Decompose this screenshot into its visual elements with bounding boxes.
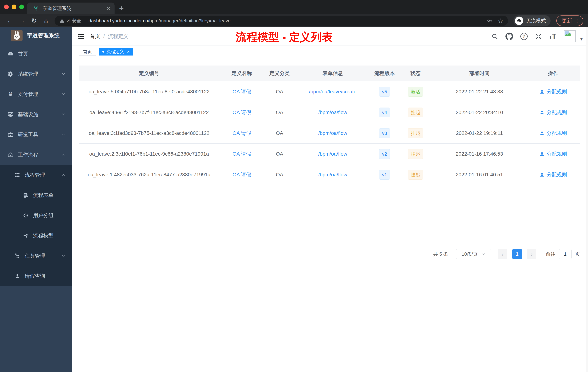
hamburger-icon[interactable] (77, 33, 85, 40)
col-header: 操作 (526, 66, 580, 81)
fullscreen-icon[interactable] (535, 33, 542, 40)
reload-icon[interactable]: ↻ (29, 17, 39, 25)
sidebar-item-label: 任务管理 (25, 252, 45, 259)
assign-rule-button[interactable]: 分配规则 (539, 151, 567, 157)
active-dot (102, 51, 104, 53)
sidebar-item-process-form[interactable]: 流程表单 (0, 185, 72, 205)
briefcase-icon (7, 152, 14, 158)
browser-tab[interactable]: 芋道管理系统 × (27, 2, 115, 14)
annotation-title: 流程模型 - 定义列表 (236, 30, 333, 44)
browser-menu-icon[interactable]: ⋮ (575, 18, 580, 24)
monitor-icon (7, 111, 14, 118)
chevron-up-icon (61, 173, 66, 177)
prev-page-button[interactable]: ‹ (498, 249, 507, 259)
definition-category: OA (264, 151, 294, 157)
breadcrumb-home[interactable]: 首页 (90, 33, 100, 40)
status-badge: 挂起 (408, 149, 423, 159)
deploy-time: 2022-01-16 01:40:51 (433, 172, 526, 178)
breadcrumb-separator: / (103, 33, 105, 39)
sidebar-item-user-group[interactable]: 用户分组 (0, 205, 72, 226)
tab-close-icon[interactable]: × (107, 5, 110, 11)
font-size-icon[interactable]: TT (549, 32, 556, 40)
help-icon[interactable]: ? (520, 33, 528, 40)
document-edit-icon (22, 192, 29, 198)
definition-name-link[interactable]: OA 请假 (219, 88, 264, 95)
version-badge: v1 (379, 170, 390, 180)
url-path: /bpm/manager/definition?key=oa_leave (148, 18, 231, 23)
sidebar-item-label: 首页 (18, 50, 28, 57)
definition-name-link[interactable]: OA 请假 (219, 109, 264, 116)
tag-process-definition[interactable]: 流程定义 × (99, 48, 133, 55)
form-link[interactable]: /bpm/oa/flow (294, 130, 371, 136)
next-page-button[interactable]: › (527, 249, 536, 259)
definition-name-link[interactable]: OA 请假 (219, 130, 264, 137)
tags-view-bar: 首页 流程定义 × (72, 45, 588, 58)
form-link[interactable]: /bpm/oa/flow (294, 172, 371, 178)
logo-avatar (11, 30, 22, 41)
person-icon (14, 273, 21, 279)
goto-page-input[interactable] (559, 249, 572, 259)
sidebar-item-dev-tools[interactable]: 研发工具 (0, 124, 72, 145)
browser-toolbar: ← → ↻ ⌂ 不安全 dashboard.yudao.iocoder.cn/b… (0, 14, 588, 27)
assign-rule-button[interactable]: 分配规则 (539, 88, 567, 95)
current-page-button[interactable]: 1 (512, 249, 522, 259)
sidebar: 芋道管理系统 首页 系统管理 ¥ 支付管理 (0, 27, 72, 372)
deploy-time: 2022-01-22 20:34:10 (433, 109, 526, 115)
sidebar-item-task-mgmt[interactable]: 任务管理 (0, 246, 72, 266)
form-link[interactable]: /bpm/oa/flow (294, 151, 371, 157)
tag-close-icon[interactable]: × (127, 49, 130, 54)
navbar-actions: ? TT ▾ (491, 30, 583, 42)
home-icon[interactable]: ⌂ (41, 17, 51, 25)
page-scrollbar[interactable] (586, 27, 588, 372)
sidebar-item-system[interactable]: 系统管理 (0, 64, 72, 84)
assign-rule-button[interactable]: 分配规则 (539, 171, 567, 178)
browser-update-button[interactable]: 更新 ⋮ (556, 15, 583, 26)
pagination: 共 5 条 10条/页 ‹ 1 › 前往 页 (79, 244, 580, 264)
workflow-submenu: 流程管理 流程表单 (0, 165, 72, 286)
assign-rule-button[interactable]: 分配规则 (539, 109, 567, 116)
window-zoom-button[interactable] (19, 5, 24, 9)
sidebar-item-leave-query[interactable]: 请假查询 (0, 266, 72, 286)
sidebar-item-process-mgmt[interactable]: 流程管理 (0, 165, 72, 185)
window-minimize-button[interactable] (12, 5, 16, 9)
address-bar[interactable]: 不安全 dashboard.yudao.iocoder.cn/bpm/manag… (54, 16, 508, 26)
key-icon[interactable] (487, 18, 493, 24)
definition-id: oa_leave:1:482ec033-762a-11ec-8477-a2380… (79, 172, 219, 178)
avatar[interactable] (564, 30, 576, 42)
sidebar-item-workflow[interactable]: 工作流程 (0, 145, 72, 165)
update-label: 更新 (562, 17, 572, 24)
sidebar-item-process-model[interactable]: 流程模型 (0, 226, 72, 246)
form-link[interactable]: /bpm/oa/leave/create (294, 89, 371, 95)
favicon-plant-icon (33, 5, 39, 11)
definition-name-link[interactable]: OA 请假 (219, 151, 264, 157)
back-icon[interactable]: ← (5, 17, 15, 25)
forward-icon[interactable]: → (17, 17, 27, 25)
sidebar-item-payment[interactable]: ¥ 支付管理 (0, 84, 72, 104)
definition-name-link[interactable]: OA 请假 (219, 171, 264, 178)
assign-rule-button[interactable]: 分配规则 (539, 130, 567, 137)
form-link[interactable]: /bpm/oa/flow (294, 109, 371, 115)
bookmark-star-icon[interactable]: ☆ (498, 17, 503, 24)
avatar-caret-icon[interactable]: ▾ (580, 37, 583, 42)
definition-category: OA (264, 109, 294, 115)
github-icon[interactable] (505, 33, 513, 40)
tag-home[interactable]: 首页 (79, 48, 96, 55)
col-header: 定义分类 (264, 70, 294, 77)
sidebar-item-label: 基础设施 (18, 111, 38, 118)
status-badge: 挂起 (408, 128, 423, 138)
window-close-button[interactable] (4, 5, 9, 9)
security-label: 不安全 (67, 18, 81, 24)
search-icon[interactable] (491, 33, 498, 40)
new-tab-button[interactable]: + (119, 3, 124, 14)
breadcrumb: 首页 / 流程定义 (90, 33, 128, 40)
page-size-select[interactable]: 10条/页 (456, 249, 491, 259)
sidebar-item-home[interactable]: 首页 (0, 44, 72, 64)
sidebar-item-infrastructure[interactable]: 基础设施 (0, 104, 72, 124)
col-header: 流程版本 (371, 70, 398, 77)
url-text: dashboard.yudao.iocoder.cn/bpm/manager/d… (89, 18, 481, 24)
chevron-down-icon (61, 253, 66, 258)
table-row: oa_leave:4:991f2193-7b7f-11ec-a3c8-acde4… (79, 102, 580, 123)
definition-category: OA (264, 172, 294, 178)
version-badge: v5 (379, 87, 390, 97)
definition-id: oa_leave:2:3c1f0ef1-76b1-11ec-9c66-a2380… (79, 151, 219, 157)
